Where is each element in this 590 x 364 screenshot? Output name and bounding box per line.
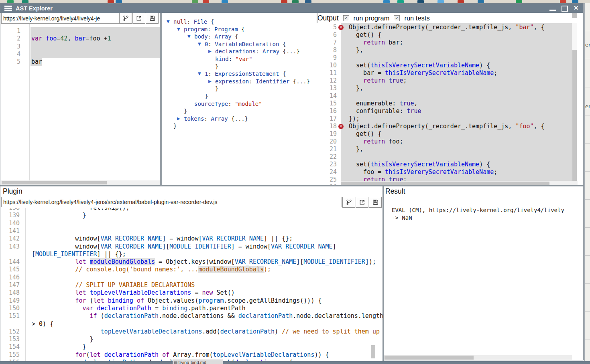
tree-row[interactable]: } (184, 107, 187, 115)
code-line[interactable]: return foo; (349, 138, 403, 146)
code-line[interactable]: let moduleBoundGlobals = Object.keys(win… (32, 258, 376, 266)
code-line[interactable]: let topLevelVariableDeclarations = new S… (32, 289, 235, 297)
line-number: 140 (1, 220, 20, 227)
close-button[interactable] (574, 4, 579, 12)
code-line[interactable]: // SPLIT UP VARIABLE DECLARATIONS (32, 281, 195, 289)
code-line[interactable]: configurable: true (349, 107, 421, 115)
chevron-right-icon[interactable]: ▶ (208, 78, 212, 85)
source-url-input[interactable] (1, 13, 119, 24)
code-line[interactable]: declarationPath.node.declarations.forEac… (32, 359, 293, 361)
chevron-right-icon[interactable]: ▶ (208, 48, 212, 55)
branch-button[interactable] (119, 13, 132, 24)
save-button[interactable] (369, 197, 382, 208)
code-line[interactable]: bar = thisIsVererySecretVariableName; (349, 69, 497, 77)
tree-row[interactable]: kind: "var" (215, 55, 252, 63)
pane-divider[interactable] (382, 185, 384, 361)
minimize-button[interactable] (549, 10, 556, 11)
checkbox-label[interactable]: run tests (404, 14, 429, 22)
plugin-editor[interactable]: 138 ret.skip();139 }140141142 window[VAR… (1, 208, 382, 361)
source-editor[interactable]: 12var foo=42, bar=foo +1345bar (1, 24, 160, 180)
code-line[interactable]: Object.defineProperty(_recorder_.tempfil… (349, 24, 545, 31)
tree-row[interactable]: } (205, 93, 208, 100)
menu-icon[interactable] (4, 6, 12, 11)
line-number: 151 (1, 312, 20, 320)
code-line[interactable]: } (32, 336, 94, 343)
code-line[interactable]: topLevelVariableDeclarations.add(declara… (32, 328, 380, 336)
result-line: EVAL (CM), https://lively-kernel.org/liv… (392, 206, 564, 214)
tree-row[interactable]: body: Array { (194, 33, 238, 40)
code-line[interactable]: }); (349, 115, 360, 123)
code-line[interactable]: return bar; (349, 39, 403, 47)
code-line[interactable]: Object.defineProperty(_recorder_.tempfil… (349, 123, 545, 130)
chevron-down-icon[interactable]: ▼ (198, 70, 201, 78)
tree-row[interactable]: null: File { (173, 18, 214, 26)
output-hscrollbar-thumb[interactable] (341, 182, 549, 185)
chevron-right-icon[interactable]: ▶ (177, 115, 180, 123)
branch-button[interactable] (342, 197, 355, 208)
save-button[interactable] (146, 13, 159, 24)
result-hscrollbar[interactable] (384, 355, 572, 360)
code-line[interactable]: get() { (349, 130, 381, 138)
code-line[interactable]: // console.log('bound names:', ...module… (32, 266, 271, 273)
plugin-vscrollbar-thumb[interactable] (371, 345, 375, 358)
output-editor[interactable]: 5✕Object.defineProperty(_recorder_.tempf… (317, 23, 578, 186)
chevron-down-icon[interactable]: ▼ (177, 26, 180, 33)
tree-row[interactable]: } (173, 122, 177, 130)
code-line[interactable]: window[VAR_RECORDER_NAME][MODULE_IDENTIF… (32, 243, 336, 251)
code-line[interactable]: } (32, 212, 86, 219)
code-line[interactable]: window[VAR_RECORDER_NAME] = window[VAR_R… (32, 235, 293, 243)
code-line[interactable]: bar (31, 58, 42, 66)
code-line[interactable]: for(let declarationPath of Array.from(to… (32, 351, 329, 359)
code-line[interactable]: return true; (349, 77, 407, 85)
line-number: 155 (1, 351, 20, 359)
code-line[interactable]: }, (349, 146, 363, 153)
error-badge[interactable]: ✕ (338, 124, 344, 129)
chevron-down-icon[interactable]: ▼ (198, 40, 201, 48)
line-number: 20 (317, 138, 337, 146)
code-line[interactable]: var declarationPath = binding.path.paren… (32, 305, 246, 312)
result-view[interactable]: EVAL (CM), https://lively-kernel.org/liv… (384, 201, 575, 353)
maximize-button[interactable] (562, 6, 568, 12)
tree-row[interactable]: sourceType: "module" (194, 100, 262, 108)
code-line[interactable]: ret.skip(); (32, 208, 130, 212)
code-line[interactable]: }, (349, 47, 363, 54)
code-line[interactable]: set(thisIsVererySecretVariableName) { (349, 161, 490, 168)
code-line[interactable]: set(thisIsVererySecretVariableName) { (349, 62, 490, 69)
code-line[interactable]: > 0) { (32, 320, 53, 328)
chevron-down-icon[interactable]: ▼ (167, 18, 170, 26)
code-line[interactable]: }, (349, 85, 363, 92)
tree-row[interactable]: declarations: Array {...} (215, 48, 300, 55)
plugin-url-input[interactable] (1, 197, 342, 207)
code-line[interactable]: get() { (349, 31, 381, 39)
line-number: 11 (317, 69, 337, 77)
error-badge[interactable]: ✕ (338, 25, 344, 30)
output-vscrollbar[interactable] (572, 23, 577, 182)
code-line[interactable]: } (32, 343, 86, 351)
code-line[interactable]: foo = thisIsVererySecretVariableName; (349, 168, 497, 176)
output-vscrollbar-thumb[interactable] (572, 50, 577, 182)
code-line[interactable]: if (declarationPath.node.declarations &&… (32, 312, 382, 320)
open-external-button[interactable] (356, 197, 368, 208)
checkbox-run-tests[interactable]: ✓ (394, 15, 400, 21)
open-external-button[interactable] (132, 13, 145, 24)
code-line[interactable]: enumerable: true, (349, 100, 418, 107)
tree-row[interactable]: } (215, 63, 218, 71)
tree-row[interactable]: tokens: Array {...} (184, 115, 248, 123)
source-hscrollbar-thumb[interactable] (2, 181, 107, 184)
tree-row[interactable]: expression: Identifier {...} (215, 78, 310, 85)
tree-row[interactable]: 1: ExpressionStatement { (205, 70, 286, 78)
ast-tree[interactable]: ▼null: File {▼program: Program {▼body: A… (162, 13, 317, 185)
chevron-down-icon[interactable]: ▼ (187, 33, 191, 40)
source-hscrollbar[interactable] (1, 180, 160, 185)
result-hscrollbar-thumb[interactable] (385, 356, 474, 360)
row-divider[interactable] (0, 185, 584, 186)
checkbox-run-program[interactable]: ✓ (343, 15, 349, 21)
code-line[interactable]: for (let binding of Object.values(progra… (32, 297, 322, 305)
tree-row[interactable]: } (215, 85, 218, 93)
window-titlebar[interactable]: AST Explorer (0, 4, 583, 13)
tree-row[interactable]: 0: VariableDeclaration { (205, 40, 286, 48)
checkbox-label[interactable]: run program (354, 14, 390, 22)
code-line[interactable]: [MODULE_IDENTIFIER] || {}; (32, 251, 126, 258)
tree-row[interactable]: program: Program { (184, 26, 245, 33)
code-line[interactable]: var foo=42, bar=foo +1 (31, 35, 111, 42)
